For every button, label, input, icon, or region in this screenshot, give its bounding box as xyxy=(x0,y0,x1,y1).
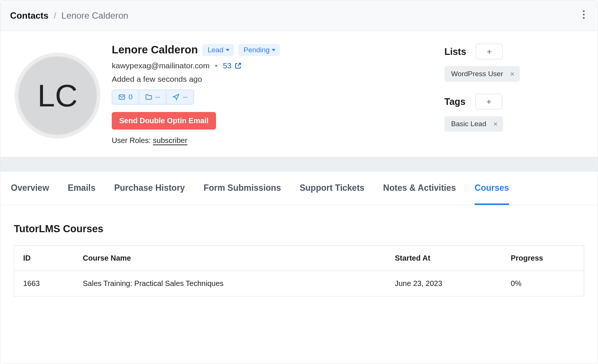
stat-folder[interactable]: -- xyxy=(139,90,167,104)
remove-tag-button[interactable]: ✕ xyxy=(493,121,498,128)
courses-table: ID Course Name Started At Progress 1663 … xyxy=(14,245,584,296)
user-roles: User Roles: subscriber xyxy=(112,136,418,145)
col-id: ID xyxy=(14,246,74,271)
lists-panel: Lists ＋ WordPress User ✕ xyxy=(444,44,590,82)
contact-details: Lenore Calderon Lead Pending kawypexag@m… xyxy=(112,41,418,145)
contact-id: 53 xyxy=(223,61,231,70)
lead-status-dropdown[interactable]: Lead xyxy=(202,44,234,56)
contact-summary: LC Lenore Calderon Lead Pending kawypexa… xyxy=(0,31,598,157)
list-name: WordPress User xyxy=(451,70,503,78)
header: Contacts / Lenore Calderon xyxy=(0,0,598,31)
avatar: LC xyxy=(15,53,101,139)
breadcrumb-root[interactable]: Contacts xyxy=(10,10,49,21)
chevron-down-icon xyxy=(226,49,229,51)
cell-progress: 0% xyxy=(502,271,584,296)
list-pill: WordPress User ✕ xyxy=(444,66,520,82)
engagement-stats: 0 -- -- xyxy=(112,90,194,105)
breadcrumb-separator: / xyxy=(54,10,56,21)
tabs-bar: Overview Emails Purchase History Form Su… xyxy=(0,172,598,205)
tags-panel: Tags ＋ Basic Lead ✕ xyxy=(444,94,590,132)
mail-icon xyxy=(118,93,126,101)
tags-heading: Tags xyxy=(444,96,466,107)
tab-content: TutorLMS Courses ID Course Name Started … xyxy=(0,205,598,314)
breadcrumb-current: Lenore Calderon xyxy=(61,10,128,21)
cell-started-at: June 23, 2023 xyxy=(386,271,502,296)
contact-email: kawypexag@mailinator.com xyxy=(112,61,210,70)
stat-send-value: -- xyxy=(183,93,188,101)
section-divider xyxy=(0,157,598,172)
svg-point-0 xyxy=(583,10,585,12)
svg-point-1 xyxy=(583,14,585,15)
stat-emails[interactable]: 0 xyxy=(112,90,139,104)
remove-list-button[interactable]: ✕ xyxy=(510,71,515,78)
optin-status-dropdown[interactable]: Pending xyxy=(238,44,280,56)
tag-pill: Basic Lead ✕ xyxy=(444,116,503,132)
tab-overview[interactable]: Overview xyxy=(11,172,49,205)
col-started-at: Started At xyxy=(386,246,502,271)
plus-icon: ＋ xyxy=(485,96,493,107)
add-tag-button[interactable]: ＋ xyxy=(475,94,502,109)
send-icon xyxy=(172,93,180,101)
tab-emails[interactable]: Emails xyxy=(68,172,95,205)
courses-section-title: TutorLMS Courses xyxy=(14,223,584,235)
svg-point-2 xyxy=(583,17,585,19)
optin-status-label: Pending xyxy=(244,46,270,54)
added-timestamp: Added a few seconds ago xyxy=(112,75,418,84)
send-double-optin-button[interactable]: Send Double Optin Email xyxy=(112,112,216,130)
stat-send[interactable]: -- xyxy=(166,90,194,104)
tab-form-submissions[interactable]: Form Submissions xyxy=(204,172,281,205)
side-panels: Lists ＋ WordPress User ✕ Tags ＋ Basic Le… xyxy=(429,41,590,145)
tab-purchase-history[interactable]: Purchase History xyxy=(114,172,185,205)
table-header-row: ID Course Name Started At Progress xyxy=(14,246,584,271)
tab-support-tickets[interactable]: Support Tickets xyxy=(300,172,364,205)
cell-course-name: Sales Training: Practical Sales Techniqu… xyxy=(74,271,386,296)
user-role-link[interactable]: subscriber xyxy=(153,136,187,144)
stat-emails-value: 0 xyxy=(129,93,133,101)
plus-icon: ＋ xyxy=(485,46,493,57)
folder-icon xyxy=(145,93,152,101)
user-roles-label: User Roles: xyxy=(112,136,153,144)
kebab-icon xyxy=(583,10,585,19)
col-course-name: Course Name xyxy=(74,246,386,271)
table-row: 1663 Sales Training: Practical Sales Tec… xyxy=(14,271,584,296)
tab-courses[interactable]: Courses xyxy=(475,172,509,205)
col-progress: Progress xyxy=(502,246,584,271)
breadcrumb: Contacts / Lenore Calderon xyxy=(10,10,128,21)
more-options-button[interactable] xyxy=(580,9,588,22)
lead-status-label: Lead xyxy=(207,46,223,54)
lists-heading: Lists xyxy=(444,46,466,57)
add-list-button[interactable]: ＋ xyxy=(476,44,503,59)
tab-notes-activities[interactable]: Notes & Activities xyxy=(383,172,456,205)
contact-id-link[interactable]: 53 xyxy=(223,61,242,70)
separator-dot: • xyxy=(215,61,218,70)
contact-name: Lenore Calderon xyxy=(112,44,198,56)
tag-name: Basic Lead xyxy=(451,120,486,128)
stat-folder-value: -- xyxy=(155,93,160,101)
external-link-icon xyxy=(234,62,242,69)
cell-id: 1663 xyxy=(14,271,74,296)
chevron-down-icon xyxy=(272,49,275,51)
